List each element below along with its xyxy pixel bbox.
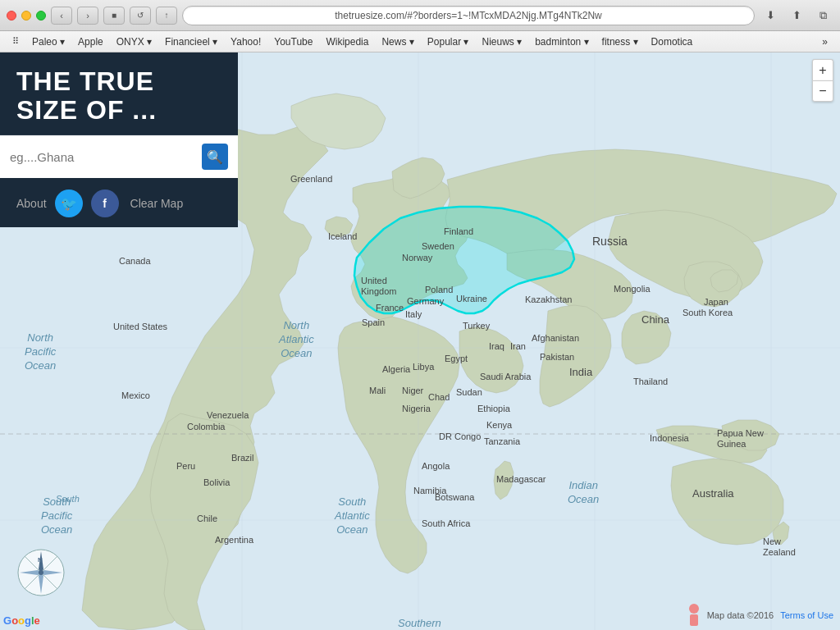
show-tabs-button[interactable]: ■ (103, 7, 125, 25)
panel-footer: About 🐦 f Clear Map (0, 180, 238, 227)
compass: N (16, 548, 66, 597)
minimize-button[interactable] (21, 11, 31, 21)
new-tab-icon[interactable]: ⧉ (812, 7, 833, 25)
bookmark-fitness[interactable]: fitness ▾ (596, 34, 644, 49)
bookmark-apple[interactable]: Apple (72, 34, 109, 49)
bookmark-domotica[interactable]: Domotica (646, 34, 699, 49)
bookmark-nieuws[interactable]: Nieuws ▾ (477, 34, 528, 49)
bookmark-onyx[interactable]: ONYX ▾ (111, 34, 158, 49)
back-button[interactable]: ‹ (51, 7, 72, 25)
bookmark-badminton[interactable]: badminton ▾ (529, 34, 594, 49)
search-button[interactable]: 🔍 (202, 144, 228, 170)
bookmark-wikipedia[interactable]: Wikipedia (320, 34, 374, 49)
refresh-button[interactable]: ↺ (130, 7, 151, 25)
bookmark-popular[interactable]: Popular ▾ (422, 34, 475, 49)
bookmark-financieel[interactable]: Financieel ▾ (159, 34, 223, 49)
map-data-text: Map data ©2016 (707, 610, 774, 620)
google-logo: Google (3, 614, 40, 627)
share-button[interactable]: ↑ (156, 7, 177, 25)
bookmark-more[interactable]: » (816, 34, 833, 49)
bookmark-news[interactable]: News ▾ (376, 34, 419, 49)
url-bar[interactable]: thetruesize.com/#?borders=1~!MTcxMDA2Njg… (182, 6, 755, 25)
close-button[interactable] (7, 11, 16, 21)
download-icon[interactable]: ⬇ (760, 7, 781, 25)
facebook-button[interactable]: f (91, 189, 119, 217)
bookmarks-bar: ⠿ Paleo ▾ Apple ONYX ▾ Financieel ▾ Yaho… (0, 31, 840, 52)
zoom-controls: + − (812, 59, 833, 102)
url-text: thetruesize.com/#?borders=1~!MTcxMDA2Njg… (191, 10, 746, 21)
zoom-in-button[interactable]: + (812, 59, 833, 80)
compass-svg: N (16, 548, 66, 597)
svg-point-18 (39, 570, 43, 575)
forward-button[interactable]: › (77, 7, 98, 25)
traffic-lights (7, 11, 46, 21)
bookmark-paleo[interactable]: Paleo ▾ (26, 34, 71, 49)
terms-link[interactable]: Terms of Use (780, 610, 833, 620)
maximize-button[interactable] (36, 11, 46, 21)
titlebar: ‹ › ■ ↺ ↑ thetruesize.com/#?borders=1~!M… (0, 0, 840, 31)
svg-text:N: N (38, 556, 43, 564)
twitter-icon: 🐦 (61, 196, 77, 212)
search-input[interactable] (10, 150, 202, 164)
bookmark-apps[interactable]: ⠿ (7, 34, 25, 48)
twitter-button[interactable]: 🐦 (55, 189, 83, 217)
zoom-out-button[interactable]: − (812, 80, 833, 102)
main-area: NorthPacificOcean NorthAtlanticOcean Sou… (0, 52, 840, 630)
bookmark-yahoo[interactable]: Yahoo! (225, 34, 267, 49)
search-icon: 🔍 (207, 149, 223, 165)
clear-map-link[interactable]: Clear Map (130, 197, 184, 210)
attribution: Map data ©2016 Terms of Use (687, 604, 833, 627)
panel-title: THE TRUE SIZE OF ... (0, 52, 238, 135)
search-bar: 🔍 (0, 135, 238, 180)
share-icon[interactable]: ⬆ (786, 7, 807, 25)
facebook-icon: f (103, 197, 107, 210)
bookmark-youtube[interactable]: YouTube (268, 34, 318, 49)
overlay-panel: THE TRUE SIZE OF ... 🔍 About 🐦 f Clear M… (0, 52, 238, 227)
about-link[interactable]: About (16, 197, 47, 210)
